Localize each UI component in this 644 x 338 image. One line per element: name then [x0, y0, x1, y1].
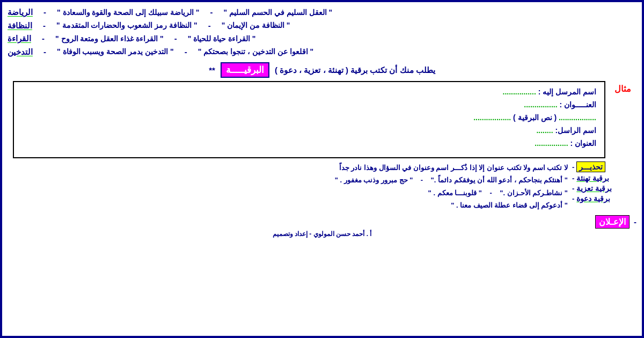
- topic-label-qiraa: القراءة: [8, 33, 31, 45]
- example-container: مثال اسم المرسل إليه : ................ …: [13, 81, 631, 158]
- body-dots-left: ..................: [559, 113, 596, 122]
- recipient-row: اسم المرسل إليه : ................: [22, 87, 596, 96]
- dawaa-line: " أدعوكم إلى قضاء عطلة الصيف معنا . ": [8, 199, 568, 211]
- topic-text-nadafa-2: " النظافة من الإيمان ": [222, 20, 290, 31]
- topic-row-tadkheen: " اقلعوا عن التدخين ، تنجوا بصحتكم " - "…: [8, 46, 636, 58]
- barqiya-section: يطلب منك أن تكتب برقية ( تهنئة ، تعزية ،…: [8, 62, 636, 78]
- dash-qiraa-1: -: [42, 33, 45, 45]
- sender-address-dots: ................: [535, 139, 568, 148]
- ilan-label: الإعـلان: [595, 215, 630, 229]
- tazia-dash: -: [572, 185, 574, 193]
- sender-label: اسم الراسل:: [555, 126, 596, 135]
- recipient-label: اسم المرسل إليه :: [538, 87, 596, 96]
- tazia-line: " نشاطـركم الأحـزان ." - " قلوبنـــا معك…: [8, 187, 568, 199]
- tahdeer-row: تحذيـــر -: [572, 161, 605, 172]
- address-label: العنـــــوان :: [559, 100, 596, 109]
- topic-row-nadafa: " النظافة من الإيمان " - " النظافة رمز ا…: [8, 20, 636, 32]
- address-row: العنـــــوان : ................: [22, 100, 596, 109]
- page-container: " العقل السليم في الحسم السليم " - " الر…: [0, 0, 644, 338]
- body-dots-right: ..................: [473, 113, 511, 122]
- left-text-column: لا تكتب اسم ولا تكتب عنوان إلا إذا ذُكــ…: [8, 161, 568, 212]
- bottom-section: تحذيـــر - برقية تهنئة - برقية تعزية - ب…: [8, 161, 636, 212]
- topic-row-riyada: " العقل السليم في الحسم السليم " - " الر…: [8, 6, 636, 19]
- barqiya-label: البرقيـــــة: [221, 62, 269, 78]
- dawaa-dash: -: [572, 195, 574, 203]
- dawaa-label: برقية دعوة: [576, 194, 610, 203]
- address-dots: ................: [524, 100, 557, 109]
- tahniya-row: برقية تهنئة -: [572, 174, 609, 182]
- footer-text: أ . أحمد حسن المولوي - إعداد وتصميم: [8, 230, 636, 238]
- dash-riyada-1: -: [43, 6, 46, 19]
- tahniya-label: برقية تهنئة: [576, 174, 609, 182]
- tahdeer-text: لا تكتب اسم ولا تكتب عنوان إلا إذا ذُكــ…: [8, 161, 568, 174]
- dash-tadkheen-1: -: [43, 46, 46, 58]
- topic-text-qiraa-1: " القراءة غذاء العقل ومتعة الروح ": [55, 33, 164, 45]
- topic-label-nadafa: النظافة: [8, 20, 32, 32]
- example-box: اسم المرسل إليه : ................ العنـ…: [13, 81, 605, 158]
- sender-dots: ........: [536, 126, 553, 135]
- mithal-label: مثال: [610, 81, 631, 94]
- topic-label-riyada: الرياضة: [8, 6, 33, 19]
- topic-label-tadkheen: التدخين: [8, 46, 33, 58]
- topic-text-nadafa-1: " النظافة رمز الشعوب والحضارات المتقدمة …: [56, 20, 197, 31]
- topic-row-qiraa: " القراءة حياة للحياة " - " القراءة غذاء…: [8, 33, 636, 45]
- dash-nadafa-2: -: [208, 20, 211, 32]
- tahdeer-label: تحذيـــر: [576, 161, 605, 172]
- topic-text-tadkheen-1: " التدخين يدمر الصحة ويسبب الوفاة ": [57, 46, 174, 57]
- topic-text-riyada-2: " العقل السليم في الحسم السليم ": [224, 7, 333, 18]
- sender-address-label: العنوان :: [570, 139, 596, 148]
- ilan-section: - الإعـلان: [8, 215, 636, 229]
- topic-text-tadkheen-2: " اقلعوا عن التدخين ، تنجوا بصحتكم ": [198, 46, 314, 57]
- right-labels: تحذيـــر - برقية تهنئة - برقية تعزية - ب…: [572, 161, 636, 203]
- dawaa-row: برقية دعوة -: [572, 194, 610, 203]
- barqiya-text: يطلب منك أن تكتب برقية ( تهنئة ، تعزية ،…: [275, 65, 435, 75]
- dash-tadkheen-2: -: [185, 46, 187, 58]
- topics-section: " العقل السليم في الحسم السليم " - " الر…: [8, 6, 636, 58]
- topic-text-riyada-1: " الرياضة سبيلك إلى الصحة والقوة والسعاد…: [57, 7, 200, 18]
- dash-qiraa-2: -: [174, 33, 177, 45]
- dash-nadafa-1: -: [43, 20, 46, 32]
- topic-text-qiraa-2: " القراءة حياة للحياة ": [188, 33, 256, 45]
- dash-riyada-2: -: [210, 6, 213, 19]
- body-row: .................. ( نص البرقية ) ......…: [22, 113, 596, 122]
- barqiya-stars: **: [209, 65, 215, 75]
- ilan-dash: -: [634, 217, 636, 226]
- body-label: ( نص البرقية ): [513, 113, 557, 122]
- recipient-dots: ................: [503, 87, 536, 96]
- tahniya-line: " أهنئكم بنجاحكم ، أدعو الله أن يوفقكم د…: [8, 174, 568, 186]
- sender-address-row: العنوان : ................: [22, 139, 596, 148]
- tahniya-dash: -: [572, 174, 574, 182]
- tazia-label: برقية تعزية: [576, 184, 612, 193]
- tazia-row: برقية تعزية -: [572, 184, 612, 193]
- sender-row: اسم الراسل: ........: [22, 126, 596, 135]
- tahdeer-dash: -: [572, 163, 574, 171]
